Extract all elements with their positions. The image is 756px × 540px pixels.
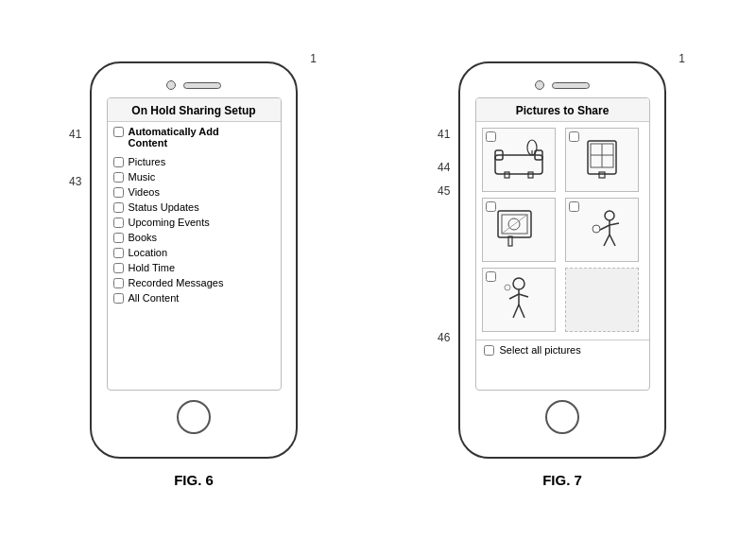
fig6-screen: On Hold Sharing Setup Automatically Add …: [107, 97, 282, 391]
picture-checkbox-4[interactable]: [569, 201, 579, 212]
list-item-books: Books: [113, 230, 275, 245]
svg-point-24: [513, 278, 524, 289]
checkbox-upcoming-events[interactable]: [113, 218, 124, 228]
fig6-annotation-41: 41: [69, 128, 81, 141]
picture-illustration-4: [574, 206, 630, 253]
list-item-pictures: Pictures: [113, 154, 275, 169]
picture-cell-3[interactable]: [482, 198, 556, 262]
fig7-annotation-45: 45: [438, 184, 450, 198]
fig7-annotation-41: 41: [438, 128, 450, 141]
fig6-auto-add-text: Automatically Add Content: [129, 126, 219, 148]
label-pictures: Pictures: [129, 156, 166, 167]
list-item-upcoming-events: Upcoming Events: [113, 215, 275, 230]
fig6-phone: On Hold Sharing Setup Automatically Add …: [90, 61, 298, 459]
checkbox-books[interactable]: [113, 233, 124, 243]
fig7-label: FIG. 7: [542, 472, 582, 488]
picture-cell-2[interactable]: [565, 128, 639, 192]
fig6-phone-wrapper: 1 41 43 On Hold Sharing Setup Automatic: [90, 61, 298, 459]
svg-line-15: [502, 215, 527, 234]
list-item-videos: Videos: [113, 184, 275, 200]
picture-illustration-1: [490, 136, 547, 183]
picture-checkbox-3[interactable]: [486, 201, 496, 212]
svg-point-23: [593, 225, 600, 233]
svg-rect-3: [505, 172, 509, 178]
list-item-recorded-messages: Recorded Messages: [113, 275, 275, 290]
checkbox-videos[interactable]: [113, 187, 124, 198]
fig7-phone-wrapper: 1 41 44 45 46 Pictures to Share: [458, 61, 666, 459]
label-videos: Videos: [129, 186, 160, 198]
page-container: 1 41 43 On Hold Sharing Setup Automatic: [0, 0, 756, 540]
checkbox-location[interactable]: [113, 248, 124, 258]
checkbox-status-updates[interactable]: [113, 202, 124, 213]
checkbox-all-content[interactable]: [113, 293, 124, 304]
checkbox-music[interactable]: [113, 172, 124, 183]
figure-6-container: 1 41 43 On Hold Sharing Setup Automatic: [90, 61, 298, 488]
label-books: Books: [129, 232, 158, 243]
fig7-select-all-row: Select all pictures: [476, 340, 649, 359]
svg-line-29: [519, 305, 524, 318]
picture-cell-4[interactable]: [565, 198, 639, 262]
fig6-label: FIG. 6: [174, 472, 214, 488]
label-recorded-messages: Recorded Messages: [129, 277, 224, 288]
fig6-auto-add-section: Automatically Add Content: [108, 122, 281, 150]
fig7-annotation-44: 44: [438, 161, 450, 174]
list-item-status-updates: Status Updates: [113, 200, 275, 215]
svg-rect-11: [599, 172, 605, 178]
svg-point-17: [605, 211, 614, 220]
fig6-top-bar: [99, 80, 288, 90]
select-all-label: Select all pictures: [500, 344, 581, 356]
fig6-checkbox-list: Pictures Music Videos Status Update: [108, 150, 281, 309]
picture-cell-1[interactable]: [482, 128, 556, 192]
fig7-pictures-grid: [476, 122, 649, 338]
fig6-auto-add-label[interactable]: Automatically Add Content: [113, 126, 275, 148]
fig7-screen: Pictures to Share: [475, 97, 650, 391]
picture-illustration-5: [490, 276, 547, 323]
fig6-speaker: [183, 82, 221, 89]
svg-line-21: [604, 235, 610, 246]
picture-cell-empty: [565, 268, 639, 332]
list-item-music: Music: [113, 169, 275, 184]
picture-cell-5[interactable]: [482, 268, 556, 332]
fig7-camera: [535, 80, 544, 90]
fig7-speaker: [552, 82, 590, 89]
fig7-annotation-1: 1: [679, 52, 685, 65]
label-hold-time: Hold Time: [129, 262, 176, 273]
svg-rect-4: [528, 172, 533, 178]
select-all-checkbox[interactable]: [484, 345, 494, 356]
list-item-all-content: All Content: [113, 290, 275, 305]
fig7-top-bar: [468, 80, 657, 90]
fig6-annotation-43: 43: [69, 175, 81, 188]
list-item-hold-time: Hold Time: [113, 260, 275, 275]
checkbox-pictures[interactable]: [113, 157, 124, 167]
label-all-content: All Content: [129, 292, 180, 304]
svg-line-19: [600, 225, 610, 230]
checkbox-hold-time[interactable]: [113, 263, 124, 273]
list-item-location: Location: [113, 245, 275, 260]
label-music: Music: [129, 171, 156, 183]
label-status-updates: Status Updates: [129, 201, 199, 213]
label-location: Location: [129, 247, 168, 258]
svg-point-30: [505, 285, 510, 290]
figure-7-container: 1 41 44 45 46 Pictures to Share: [458, 61, 666, 488]
label-upcoming-events: Upcoming Events: [129, 217, 210, 228]
picture-checkbox-5[interactable]: [486, 271, 496, 282]
fig7-annotation-46: 46: [438, 331, 450, 344]
fig6-annotation-1: 1: [310, 52, 317, 65]
fig6-camera: [166, 80, 176, 90]
fig6-screen-title: On Hold Sharing Setup: [108, 98, 281, 122]
fig7-home-button[interactable]: [545, 400, 579, 434]
fig7-screen-title: Pictures to Share: [476, 98, 649, 122]
picture-checkbox-1[interactable]: [486, 131, 496, 142]
svg-line-22: [610, 235, 615, 246]
fig6-auto-add-checkbox[interactable]: [113, 127, 124, 137]
svg-line-26: [509, 294, 519, 299]
svg-line-20: [610, 223, 619, 225]
picture-checkbox-2[interactable]: [569, 131, 579, 142]
fig6-home-button[interactable]: [177, 400, 211, 434]
svg-line-27: [519, 294, 528, 297]
fig7-phone: Pictures to Share: [458, 61, 666, 459]
checkbox-recorded-messages[interactable]: [113, 278, 124, 288]
svg-line-28: [513, 305, 519, 318]
picture-illustration-2: [574, 136, 630, 183]
picture-illustration-3: [490, 206, 547, 253]
